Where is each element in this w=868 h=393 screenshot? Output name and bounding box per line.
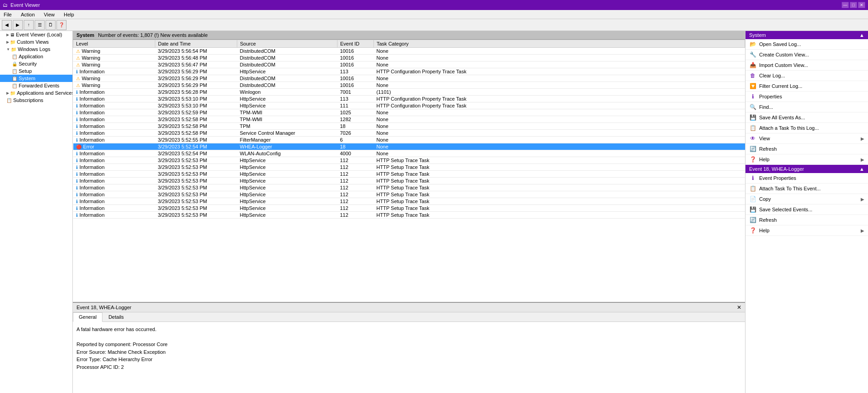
sidebar-item-forwarded-events[interactable]: 📋 Forwarded Events — [0, 82, 72, 89]
help2-icon: ❓ — [749, 227, 756, 234]
table-row[interactable]: ℹInformation 3/29/2023 5:53:10 PM HttpSe… — [73, 102, 745, 109]
table-row[interactable]: ℹInformation 3/29/2023 5:52:53 PM HttpSe… — [73, 171, 745, 178]
menu-help[interactable]: Help — [62, 11, 76, 18]
toolbar: ◀ ▶ ↑ ☰ 🗒 ❓ — [0, 19, 868, 31]
menu-action[interactable]: Action — [19, 11, 37, 18]
toolbar-back[interactable]: ◀ — [2, 20, 12, 30]
sidebar-item-setup[interactable]: 📋 Setup — [0, 67, 72, 75]
action-help[interactable]: ❓ Help ▶ — [745, 154, 868, 165]
table-row[interactable]: ℹInformation 3/29/2023 5:52:53 PM HttpSe… — [73, 191, 745, 198]
event-detail-body: A fatal hardware error has occurred. Rep… — [73, 322, 745, 393]
action-refresh[interactable]: 🔄 Refresh — [745, 144, 868, 154]
table-row[interactable]: ℹInformation 3/29/2023 5:52:58 PM TPM-WM… — [73, 116, 745, 123]
application-icon: 📋 — [12, 54, 17, 59]
info-icon: ℹ — [76, 199, 78, 204]
system-icon: 📋 — [12, 76, 17, 81]
menu-file[interactable]: File — [2, 11, 14, 18]
toolbar-help[interactable]: ❓ — [56, 20, 66, 30]
events-table-wrapper[interactable]: Level Date and Time Source Event ID Task… — [73, 40, 745, 302]
toolbar-forward[interactable]: ▶ — [13, 20, 23, 30]
action-help2[interactable]: ❓ Help ▶ — [745, 225, 868, 236]
table-row[interactable]: ℹInformation 3/29/2023 5:52:53 PM HttpSe… — [73, 157, 745, 164]
actions-system-header[interactable]: System ▲ — [745, 31, 868, 39]
table-row[interactable]: ℹInformation 3/29/2023 5:56:28 PM Winlog… — [73, 89, 745, 96]
attach-task-log-label: Attach a Task To this Log... — [759, 125, 819, 131]
table-row[interactable]: ℹInformation 3/29/2023 5:53:10 PM HttpSe… — [73, 96, 745, 102]
table-row[interactable]: ℹInformation 3/29/2023 5:52:53 PM HttpSe… — [73, 198, 745, 205]
action-create-custom-view[interactable]: 🔧 Create Custom View... — [745, 50, 868, 60]
action-attach-task-event[interactable]: 📋 Attach Task To This Event... — [745, 184, 868, 194]
table-row[interactable]: ⚠Warning 3/29/2023 5:56:54 PM Distribute… — [73, 48, 745, 55]
sidebar-item-subscriptions[interactable]: 📋 Subscriptions — [0, 97, 72, 104]
action-event-properties[interactable]: ℹ Event Properties — [745, 173, 868, 184]
root-expand-icon: ▶ — [6, 33, 9, 37]
action-filter-current-log[interactable]: 🔽 Filter Current Log... — [745, 81, 868, 92]
sidebar-item-system[interactable]: 📋 System — [0, 75, 72, 82]
action-attach-task-log[interactable]: 📋 Attach a Task To this Log... — [745, 123, 868, 133]
cell-source: HttpService — [237, 157, 337, 164]
table-row[interactable]: ⚠Warning 3/29/2023 5:56:29 PM Distribute… — [73, 82, 745, 89]
info-icon: ℹ — [76, 138, 78, 143]
actions-event-header[interactable]: Event 18, WHEA-Logger ▲ — [745, 165, 868, 173]
tab-details[interactable]: Details — [102, 312, 130, 322]
table-row[interactable]: ℹInformation 3/29/2023 5:52:53 PM HttpSe… — [73, 178, 745, 184]
cell-eventid: 113 — [337, 68, 374, 75]
table-row[interactable]: ℹInformation 3/29/2023 5:52:53 PM HttpSe… — [73, 164, 745, 171]
cell-category: None — [374, 123, 745, 130]
cell-source: WHEA-Logger — [237, 143, 337, 150]
sidebar-item-apps-services[interactable]: ▶ 📁 Applications and Services Lo... — [0, 89, 72, 97]
tab-general[interactable]: General — [73, 312, 102, 322]
cell-date: 3/29/2023 5:52:53 PM — [155, 178, 237, 184]
table-row[interactable]: ℹInformation 3/29/2023 5:52:59 PM TPM-WM… — [73, 109, 745, 116]
sidebar-item-application[interactable]: 📋 Application — [0, 53, 72, 60]
sidebar-item-security[interactable]: 🔒 Security — [0, 60, 72, 67]
action-copy[interactable]: 📄 Copy ▶ — [745, 194, 868, 204]
table-row[interactable]: 🔴Error 3/29/2023 5:52:54 PM WHEA-Logger … — [73, 143, 745, 150]
action-refresh2[interactable]: 🔄 Refresh — [745, 215, 868, 225]
table-row[interactable]: ℹInformation 3/29/2023 5:52:53 PM HttpSe… — [73, 184, 745, 191]
action-view[interactable]: 👁 View ▶ — [745, 133, 868, 144]
table-row[interactable]: ⚠Warning 3/29/2023 5:56:29 PM Distribute… — [73, 75, 745, 82]
cell-source: HttpService — [237, 198, 337, 205]
col-eventid[interactable]: Event ID — [337, 40, 374, 48]
action-save-all-events-as[interactable]: 💾 Save All Events As... — [745, 112, 868, 123]
cell-level: ℹInformation — [73, 130, 155, 137]
table-row[interactable]: ℹInformation 3/29/2023 5:52:58 PM Servic… — [73, 130, 745, 137]
table-row[interactable]: ℹInformation 3/29/2023 5:56:29 PM HttpSe… — [73, 68, 745, 75]
table-row[interactable]: ⚠Warning 3/29/2023 5:56:48 PM Distribute… — [73, 55, 745, 61]
cell-category: HTTP Setup Trace Task — [374, 157, 745, 164]
table-row[interactable]: ℹInformation 3/29/2023 5:52:53 PM HttpSe… — [73, 205, 745, 212]
sidebar-item-custom-views[interactable]: ▶ 📁 Custom Views — [0, 38, 72, 46]
toolbar-up[interactable]: ↑ — [24, 20, 34, 30]
action-save-selected-events[interactable]: 💾 Save Selected Events... — [745, 204, 868, 215]
table-row[interactable]: ℹInformation 3/29/2023 5:52:53 PM HttpSe… — [73, 212, 745, 219]
cell-level: ℹInformation — [73, 123, 155, 130]
close-button[interactable]: ✕ — [858, 2, 865, 8]
table-row[interactable]: ℹInformation 3/29/2023 5:52:55 PM Filter… — [73, 137, 745, 143]
table-row[interactable]: ℹInformation 3/29/2023 5:52:54 PM WLAN-A… — [73, 150, 745, 157]
minimize-button[interactable]: — — [842, 2, 849, 8]
event-detail-close-button[interactable]: ✕ — [737, 304, 741, 311]
action-import-custom-view[interactable]: 📥 Import Custom View... — [745, 60, 868, 71]
col-level[interactable]: Level — [73, 40, 155, 48]
cell-eventid: 7001 — [337, 89, 374, 96]
action-properties[interactable]: ℹ Properties — [745, 92, 868, 102]
sidebar-item-windows-logs[interactable]: ▼ 📁 Windows Logs — [0, 46, 72, 53]
action-clear-log[interactable]: 🗑 Clear Log... — [745, 71, 868, 81]
col-category[interactable]: Task Category — [374, 40, 745, 48]
cell-level: ℹInformation — [73, 68, 155, 75]
col-date[interactable]: Date and Time — [155, 40, 237, 48]
cell-source: HttpService — [237, 184, 337, 191]
maximize-button[interactable]: □ — [850, 2, 857, 8]
table-row[interactable]: ⚠Warning 3/29/2023 5:56:47 PM Distribute… — [73, 61, 745, 68]
action-find[interactable]: 🔍 Find... — [745, 102, 868, 112]
cell-date: 3/29/2023 5:52:59 PM — [155, 109, 237, 116]
toolbar-show-hide[interactable]: ☰ — [35, 20, 45, 30]
col-source[interactable]: Source — [237, 40, 337, 48]
info-icon: ℹ — [76, 117, 78, 122]
action-open-saved-log[interactable]: 📂 Open Saved Log... — [745, 39, 868, 50]
table-row[interactable]: ℹInformation 3/29/2023 5:52:58 PM TPM 18… — [73, 123, 745, 130]
menu-view[interactable]: View — [42, 11, 56, 18]
toolbar-new[interactable]: 🗒 — [46, 20, 56, 30]
sidebar-root[interactable]: ▶ 🖥 Event Viewer (Local) — [0, 31, 72, 38]
